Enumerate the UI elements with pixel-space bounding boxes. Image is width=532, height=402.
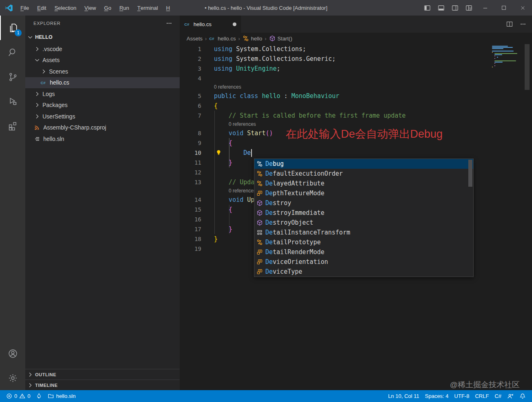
tree-item-packages[interactable]: Packages (25, 100, 180, 111)
explorer-more-actions-icon[interactable] (166, 20, 172, 27)
activitybar-source-control[interactable] (0, 65, 25, 89)
code-line[interactable]: { (214, 138, 232, 148)
code-line[interactable]: } (214, 158, 232, 168)
activitybar-settings[interactable] (0, 366, 25, 390)
code-line[interactable]: // Start is called before the first fram… (214, 111, 406, 121)
line-number[interactable]: 11 (180, 158, 214, 168)
codelens-references[interactable]: 0 references (229, 121, 256, 128)
line-number[interactable]: 8 (180, 128, 214, 138)
line-number[interactable]: 7 (180, 111, 214, 121)
line-number[interactable]: 17 (180, 224, 214, 234)
activitybar-explorer[interactable]: 1 (0, 16, 25, 40)
suggest-item-devicetype[interactable]: DeviceType (254, 267, 473, 277)
suggest-item-detailinstancetransform[interactable]: DetailInstanceTransform (254, 228, 473, 237)
tree-item--vscode[interactable]: .vscode (25, 43, 180, 55)
suggest-item-destroyobject[interactable]: DestroyObject (254, 218, 473, 228)
code-line[interactable]: void Start() (214, 128, 273, 138)
tree-item-hello-sln[interactable]: hello.sln (25, 133, 180, 145)
menu-edit[interactable]: Edit (33, 0, 50, 16)
menu-go[interactable]: Go (100, 0, 115, 16)
status-omnisharp-status[interactable] (33, 390, 45, 402)
maximize-button[interactable] (494, 0, 513, 16)
line-number[interactable]: 3 (180, 64, 214, 74)
line-number[interactable]: 16 (180, 214, 214, 224)
suggest-item-destroy[interactable]: Destroy (254, 198, 473, 208)
status-indentation[interactable]: Spaces: 4 (422, 390, 452, 402)
line-number[interactable]: 13 (180, 177, 214, 187)
suggest-item-detailrendermode[interactable]: DetailRenderMode (254, 247, 473, 257)
suggest-item-deviceorientation[interactable]: DeviceOrientation (254, 257, 473, 267)
line-number[interactable]: 18 (180, 234, 214, 244)
section-outline[interactable]: OUTLINE (25, 369, 180, 380)
status-solution-picker[interactable]: hello.sln (45, 390, 78, 402)
code-line[interactable]: using System.Collections.Generic; (214, 54, 336, 64)
activitybar-accounts[interactable] (0, 341, 25, 366)
workspace-root-folder[interactable]: HELLO (25, 31, 180, 43)
line-number[interactable]: 19 (180, 244, 214, 254)
suggest-item-detailprototype[interactable]: DetailPrototype (254, 237, 473, 247)
line-number[interactable]: 9 (180, 138, 214, 148)
line-number[interactable]: 5 (180, 91, 214, 101)
codelens-references[interactable]: 0 references (214, 83, 241, 91)
tree-item-scenes[interactable]: Scenes (25, 66, 180, 77)
close-button[interactable] (513, 0, 532, 16)
tree-item-assets[interactable]: Assets (25, 55, 180, 66)
tree-item-usersettings[interactable]: UserSettings (25, 111, 180, 122)
menu-view[interactable]: View (80, 0, 100, 16)
status-cursor-position[interactable]: Ln 10, Col 11 (385, 390, 422, 402)
breadcrumb-assets[interactable]: Assets (187, 36, 203, 42)
suggest-item-depthtexturemode[interactable]: DepthTextureMode (254, 188, 473, 198)
menu-selection[interactable]: Selection (50, 0, 80, 16)
line-number[interactable]: 10 (180, 148, 214, 158)
status-problems[interactable]: 00 (3, 390, 33, 402)
suggest-item-debug[interactable]: Debug (254, 159, 473, 169)
line-number[interactable]: 6 (180, 101, 214, 111)
line-number[interactable]: 12 (180, 168, 214, 177)
minimize-button[interactable] (476, 0, 494, 16)
minimap[interactable] (492, 46, 516, 69)
menu-file[interactable]: File (16, 0, 33, 16)
status-feedback[interactable] (504, 390, 516, 402)
tree-item-hello-cs[interactable]: C#hello.cs (25, 77, 180, 89)
status-eol[interactable]: CRLF (472, 390, 492, 402)
toggle-primary-sidebar[interactable] (420, 0, 434, 16)
line-number[interactable]: 4 (180, 74, 214, 83)
activitybar-search[interactable] (0, 40, 25, 65)
breadcrumb-hello[interactable]: hello (243, 35, 262, 42)
code-line[interactable]: { (214, 101, 218, 111)
customize-layout[interactable] (462, 0, 476, 16)
code-line[interactable]: using UnityEngine; (214, 64, 280, 74)
code-line[interactable]: } (214, 224, 232, 234)
more-actions-icon[interactable] (520, 21, 526, 27)
tab-hello-cs[interactable]: C#hello.cs (180, 16, 241, 33)
menu-terminal[interactable]: Terminal (133, 0, 162, 16)
code-line[interactable]: using System.Collections; (214, 44, 306, 54)
toggle-panel[interactable] (434, 0, 448, 16)
line-number[interactable]: 15 (180, 205, 214, 214)
lightbulb-icon[interactable] (216, 150, 222, 156)
suggest-item-delayedattribute[interactable]: DelayedAttribute (254, 179, 473, 188)
menu-help[interactable]: H (162, 0, 174, 16)
line-number[interactable]: 2 (180, 54, 214, 64)
code-line[interactable]: public class hello : MonoBehaviour (214, 91, 339, 101)
line-number[interactable]: 1 (180, 44, 214, 54)
suggest-scrollbar-thumb[interactable] (468, 160, 472, 187)
tree-item-assembly-csharp-csproj[interactable]: Assembly-CSharp.csproj (25, 122, 180, 134)
breadcrumb-hello-cs[interactable]: C#hello.cs (209, 35, 236, 42)
split-editor-icon[interactable] (506, 21, 513, 27)
status-notifications[interactable] (516, 390, 529, 402)
suggest-item-defaultexecutionorder[interactable]: DefaultExecutionOrder (254, 169, 473, 179)
toggle-secondary-sidebar[interactable] (448, 0, 462, 16)
activitybar-extensions[interactable] (0, 114, 25, 138)
menu-run[interactable]: Run (115, 0, 133, 16)
status-language-mode[interactable]: C# (492, 390, 504, 402)
activitybar-run-and-debug[interactable] (0, 89, 25, 114)
codelens-references[interactable]: 0 references (229, 187, 256, 195)
suggest-item-destroyimmediate[interactable]: DestroyImmediate (254, 208, 473, 218)
status-encoding[interactable]: UTF-8 (452, 390, 472, 402)
breadcrumb-start-[interactable]: Start() (269, 35, 292, 42)
code-line[interactable]: { (214, 205, 232, 214)
section-timeline[interactable]: TIMELINE (25, 380, 180, 390)
line-number[interactable]: 14 (180, 195, 214, 205)
tree-item-logs[interactable]: Logs (25, 88, 180, 100)
